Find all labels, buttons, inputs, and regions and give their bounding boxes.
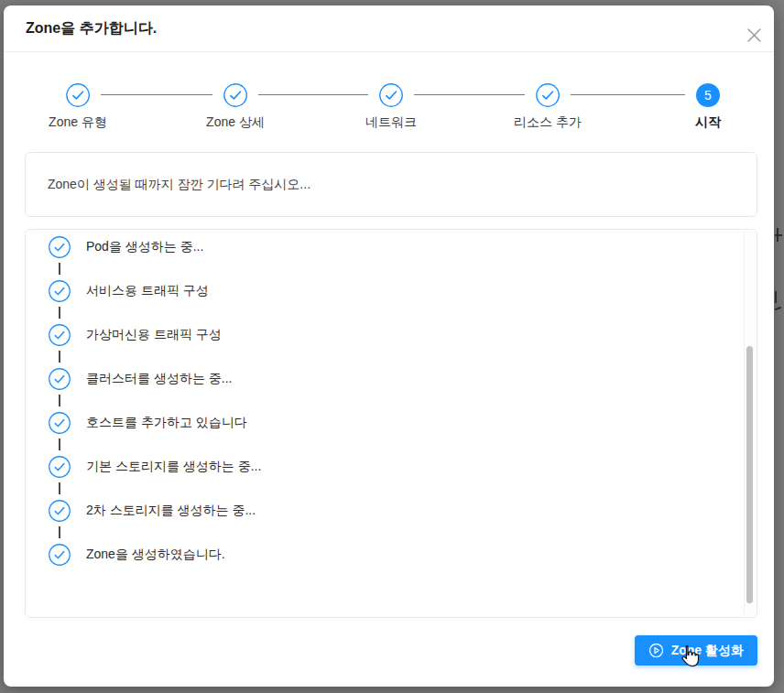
task-connector	[59, 351, 60, 363]
task-text: Pod을 생성하는 중...	[86, 239, 203, 255]
task-item: Pod을 생성하는 중...	[49, 236, 757, 258]
step-5: 5시작	[695, 83, 721, 131]
backdrop-page-fragment	[775, 291, 777, 303]
task-text: 클러스터를 생성하는 중...	[86, 371, 232, 387]
task-connector	[59, 482, 60, 494]
step-connector-line	[571, 94, 685, 95]
task-connector	[59, 526, 60, 538]
task-text: 기본 스토리지를 생성하는 중...	[86, 459, 261, 475]
task-item: Zone을 생성하였습니다.	[49, 544, 757, 566]
zone-activate-label: Zone 활성화	[671, 643, 744, 659]
check-circle-icon	[49, 280, 71, 302]
step-label: Zone 유형	[49, 114, 107, 131]
task-item: 클러스터를 생성하는 중...	[49, 368, 757, 390]
check-circle-icon	[536, 83, 560, 107]
add-zone-modal: Zone을 추가합니다. Zone 유형 Zone 상세 네트워크 리소스 추가…	[4, 5, 774, 687]
task-item: 서비스용 트래픽 구성	[49, 280, 757, 302]
step-connector-line	[414, 94, 525, 95]
backdrop-page-fragment	[775, 307, 781, 310]
step-label: Zone 상세	[206, 114, 265, 131]
modal-header: Zone을 추가합니다.	[4, 5, 774, 52]
close-icon	[747, 28, 761, 46]
play-circle-icon	[648, 643, 664, 658]
step-connector-line	[258, 94, 368, 95]
task-text: 서비스용 트래픽 구성	[86, 283, 209, 299]
notice-text: Zone이 생성될 때까지 잠깐 기다려 주십시오...	[48, 177, 310, 193]
task-text: 2차 스토리지를 생성하는 중...	[86, 503, 256, 519]
step-3: 네트워크	[365, 83, 417, 131]
task-text: 호스트를 추가하고 있습니다	[86, 415, 247, 431]
step-label: 리소스 추가	[514, 114, 582, 131]
check-circle-icon	[49, 368, 71, 390]
check-circle-icon	[49, 456, 71, 478]
task-item: 2차 스토리지를 생성하는 중...	[49, 500, 757, 522]
task-text: 가상머신용 트래픽 구성	[86, 327, 222, 343]
task-connector	[59, 395, 60, 406]
check-circle-icon	[49, 236, 71, 258]
task-connector	[59, 439, 60, 450]
step-label: 네트워크	[365, 114, 417, 131]
task-connector	[59, 263, 60, 275]
task-item: 가상머신용 트래픽 구성	[49, 324, 757, 346]
step-4: 리소스 추가	[514, 83, 582, 131]
task-list: Pod을 생성하는 중... 서비스용 트래픽 구성 가상머신용 트래픽 구성 …	[49, 236, 757, 566]
check-circle-icon	[49, 544, 71, 566]
steps: Zone 유형 Zone 상세 네트워크 리소스 추가5시작	[4, 52, 774, 151]
check-circle-icon	[49, 412, 71, 434]
step-label: 시작	[695, 114, 721, 131]
scrollbar-thumb[interactable]	[746, 346, 753, 603]
step-2: Zone 상세	[206, 83, 265, 131]
check-circle-icon	[66, 83, 90, 107]
task-list-scrollbar	[744, 231, 756, 616]
step-number-badge: 5	[696, 83, 720, 107]
task-item: 호스트를 추가하고 있습니다	[49, 412, 757, 434]
task-list-card: Pod을 생성하는 중... 서비스용 트래픽 구성 가상머신용 트래픽 구성 …	[25, 229, 757, 618]
check-circle-icon	[49, 324, 71, 346]
zone-activate-button[interactable]: Zone 활성화	[635, 635, 757, 666]
modal-title: Zone을 추가합니다.	[26, 19, 157, 38]
check-circle-icon	[379, 83, 403, 107]
step-connector-line	[101, 94, 212, 95]
check-circle-icon	[49, 500, 71, 522]
backdrop-page-fragment	[775, 234, 782, 236]
notice-card: Zone이 생성될 때까지 잠깐 기다려 주십시오...	[25, 152, 757, 217]
step-1: Zone 유형	[49, 83, 107, 131]
task-item: 기본 스토리지를 생성하는 중...	[49, 456, 757, 478]
task-text: Zone을 생성하였습니다.	[86, 547, 225, 563]
check-circle-icon	[223, 83, 247, 107]
task-connector	[59, 307, 60, 319]
close-button[interactable]	[745, 27, 763, 46]
